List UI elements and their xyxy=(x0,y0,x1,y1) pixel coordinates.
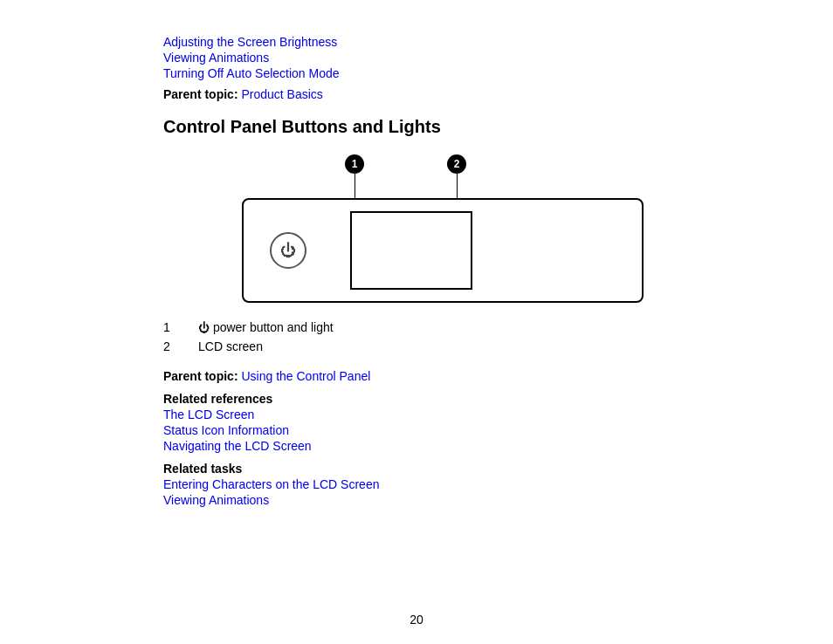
link-lcd-screen[interactable]: The LCD Screen xyxy=(163,408,722,421)
item-num-1: 1 xyxy=(163,320,198,334)
callout-2-container: 2 xyxy=(447,154,466,174)
parent-topic-label-bottom: Parent topic: xyxy=(163,369,238,383)
power-button-diagram: ⏻ xyxy=(270,232,306,269)
item-text-2: LCD screen xyxy=(198,339,263,353)
callout-circle-1: 1 xyxy=(345,154,364,174)
callout-line-1 xyxy=(355,174,355,198)
section-title: Control Panel Buttons and Lights xyxy=(163,117,722,137)
item-num-2: 2 xyxy=(163,339,198,353)
callout-circle-2: 2 xyxy=(447,154,466,174)
link-viewing-animations-bottom[interactable]: Viewing Animations xyxy=(163,493,722,507)
link-status-icon-info[interactable]: Status Icon Information xyxy=(163,423,722,437)
power-icon: ⏻ xyxy=(280,242,296,260)
parent-topic-top: Parent topic: Product Basics xyxy=(163,87,722,101)
parent-topic-link-top[interactable]: Product Basics xyxy=(241,87,322,101)
power-symbol: ⏻ xyxy=(198,321,210,334)
related-references-section: Related references The LCD Screen Status… xyxy=(163,392,722,453)
link-adjusting-brightness[interactable]: Adjusting the Screen Brightness xyxy=(163,35,722,49)
link-viewing-animations-top[interactable]: Viewing Animations xyxy=(163,51,722,65)
item-row-2: 2 LCD screen xyxy=(163,339,722,353)
related-tasks-label: Related tasks xyxy=(163,462,722,476)
panel-box: ⏻ xyxy=(242,198,644,303)
parent-topic-label-top: Parent topic: xyxy=(163,87,238,101)
link-entering-characters[interactable]: Entering Characters on the LCD Screen xyxy=(163,477,722,491)
lcd-screen-diagram xyxy=(350,211,472,290)
parent-topic-bottom: Parent topic: Using the Control Panel xyxy=(163,369,722,383)
link-turning-off-auto[interactable]: Turning Off Auto Selection Mode xyxy=(163,66,722,80)
link-navigating-lcd[interactable]: Navigating the LCD Screen xyxy=(163,439,722,453)
callout-line-2 xyxy=(457,174,458,198)
items-list: 1 ⏻ power button and light 2 LCD screen xyxy=(163,320,722,353)
callout-1-container: 1 xyxy=(345,154,364,174)
parent-topic-link-bottom[interactable]: Using the Control Panel xyxy=(241,369,370,383)
related-tasks-section: Related tasks Entering Characters on the… xyxy=(163,462,722,507)
page-number: 20 xyxy=(410,613,423,627)
related-references-label: Related references xyxy=(163,392,722,406)
item-text-1: ⏻ power button and light xyxy=(198,320,334,334)
diagram-area: 1 2 ⏻ xyxy=(163,154,722,303)
item-row-1: 1 ⏻ power button and light xyxy=(163,320,722,334)
